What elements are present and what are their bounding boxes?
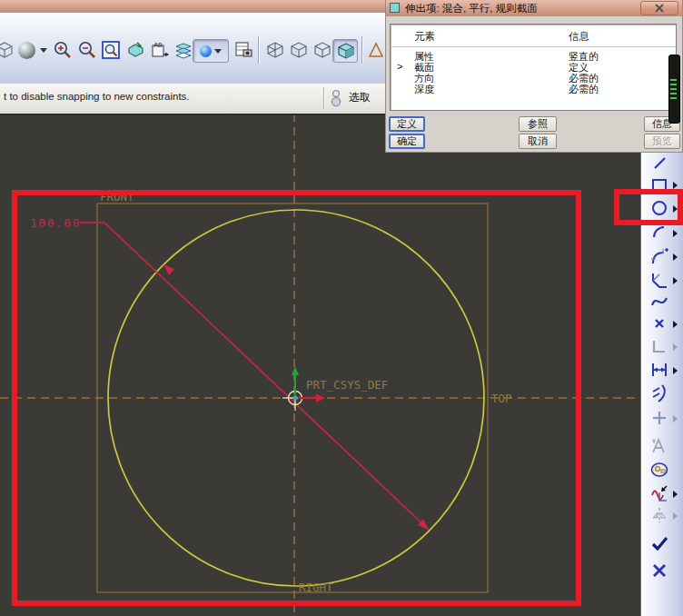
- selected-row-marker: >: [397, 61, 402, 72]
- references-button[interactable]: 参照: [519, 116, 557, 132]
- ok-button[interactable]: 确定: [389, 134, 425, 149]
- top-plane-label: TOP: [491, 392, 512, 405]
- dimension-value[interactable]: 100.00: [30, 216, 81, 230]
- zoom-refit-icon[interactable]: [100, 39, 122, 61]
- view-manager-icon[interactable]: [233, 39, 254, 61]
- point-flyout-arrow[interactable]: [673, 321, 678, 328]
- wireframe-display-icon[interactable]: [263, 39, 285, 61]
- element-table: 元素 信息 属性 竖直的 > 截面 定义 方向 必需的 深度 必需的: [390, 24, 677, 111]
- column-header-info: 信息: [569, 30, 589, 44]
- fillet-tool-button[interactable]: [649, 246, 671, 268]
- text-tool-button: [649, 436, 671, 458]
- fillet-flyout-arrow[interactable]: [673, 253, 678, 261]
- select-prompt[interactable]: 选取: [349, 90, 371, 105]
- coordinate-system-tool-button: [649, 336, 671, 358]
- chamfer-tool-button[interactable]: [649, 270, 671, 292]
- status-message: t to disable snapping to new constraints…: [4, 91, 190, 102]
- csys-origin-dot: [292, 395, 297, 400]
- spline-tool-button[interactable]: [649, 292, 671, 313]
- dialog-close-button[interactable]: [640, 1, 678, 15]
- table-row-element[interactable]: 深度: [414, 83, 434, 96]
- close-icon: [655, 4, 664, 13]
- coordinate-system-flyout-arrow: [673, 343, 678, 351]
- rectangle-flyout-arrow[interactable]: [673, 182, 678, 189]
- shaded-display-button[interactable]: [332, 39, 358, 63]
- right-plane-label: RIGHT: [299, 581, 333, 594]
- saved-views-icon: [200, 45, 212, 57]
- sketch-canvas[interactable]: 100.00 FRONT TOP RIGHT PRT_CSYS_DEF: [0, 114, 683, 616]
- cancel-button[interactable]: 取消: [519, 134, 557, 149]
- no-hidden-display-icon[interactable]: [311, 39, 332, 61]
- dimension-flyout-arrow[interactable]: [673, 367, 678, 374]
- csys-label: PRT_CSYS_DEF: [306, 378, 388, 392]
- reorient-icon[interactable]: AB: [149, 39, 171, 61]
- shaded-sphere-icon[interactable]: [15, 39, 37, 61]
- dimension-arrowhead-upper: [163, 264, 174, 275]
- zoom-in-icon[interactable]: [52, 39, 74, 61]
- redraw-icon[interactable]: [124, 39, 146, 61]
- app-window: 100.00 FRONT TOP RIGHT PRT_CSYS_DEF: [0, 0, 683, 616]
- zoom-out-icon[interactable]: [76, 39, 98, 61]
- arc-tool-button[interactable]: [649, 223, 671, 244]
- preview-button: 预览: [644, 134, 680, 149]
- constraint-flyout-arrow: [673, 415, 678, 422]
- user-figure-icon: [329, 88, 343, 112]
- edge-strip: [668, 55, 680, 124]
- point-tool-button[interactable]: [649, 313, 671, 335]
- toolbar-separator: [258, 36, 259, 64]
- sphere-dropdown-icon[interactable]: [38, 39, 49, 61]
- dimension-tool-button[interactable]: [649, 360, 671, 382]
- column-header-element: 元素: [414, 30, 435, 44]
- protrusion-dialog: 伸出项: 混合, 平行, 规则截面 元素 信息 属性 竖直的 > 截面 定义 方…: [385, 0, 683, 153]
- datum-partial-icon[interactable]: [365, 39, 387, 61]
- table-row-info: 必需的: [569, 83, 599, 96]
- palette-tool-button[interactable]: [649, 460, 671, 482]
- trim-tool-button[interactable]: [649, 483, 671, 505]
- done-button[interactable]: [649, 533, 671, 555]
- saved-views-dropdown-icon: [214, 49, 222, 54]
- modify-tool-button[interactable]: [649, 383, 671, 405]
- status-separator: [323, 87, 324, 109]
- layers-icon[interactable]: [173, 39, 194, 61]
- header-separator: [391, 46, 676, 47]
- shaded-display-icon: [335, 41, 355, 61]
- dialog-icon: [390, 3, 400, 13]
- dialog-title: 伸出项: 混合, 平行, 规则截面: [405, 2, 538, 15]
- arc-flyout-arrow[interactable]: [673, 230, 678, 237]
- line-tool-button[interactable]: [649, 153, 671, 174]
- chamfer-flyout-arrow[interactable]: [673, 277, 678, 284]
- svg-text:AB: AB: [153, 42, 163, 48]
- toolbar-separator: [361, 36, 362, 64]
- hidden-line-display-icon[interactable]: [287, 39, 309, 61]
- quit-button[interactable]: [649, 561, 671, 582]
- mirror-tool-button: [649, 505, 671, 527]
- dimension-line[interactable]: [104, 223, 429, 530]
- dialog-titlebar[interactable]: 伸出项: 混合, 平行, 规则截面: [386, 0, 682, 16]
- constraint-tool-button: [649, 408, 671, 430]
- trim-flyout-arrow[interactable]: [673, 491, 678, 498]
- edge-strip-lights: [670, 76, 677, 101]
- box-partial-icon[interactable]: [0, 39, 14, 61]
- mirror-flyout-arrow: [673, 512, 678, 520]
- define-button[interactable]: 定义: [389, 116, 425, 132]
- saved-views-button[interactable]: [193, 39, 229, 63]
- circle-tool-highlight-box: [614, 189, 683, 225]
